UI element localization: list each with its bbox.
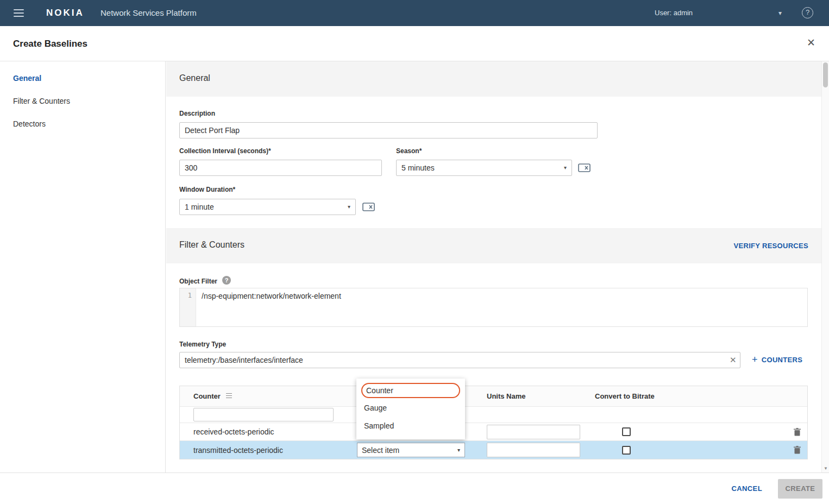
collection-interval-label: Collection Interval (seconds)* (179, 147, 271, 155)
filter-counters-section-title: Filter & Counters (179, 240, 244, 250)
top-bar: NOKIA Network Services Platform User: ad… (0, 0, 829, 26)
units-name-input[interactable] (487, 443, 580, 457)
plus-icon: + (752, 355, 758, 364)
object-filter-label: Object Filter (179, 278, 217, 285)
object-filter-editor[interactable]: 1 /nsp-equipment:network/network-element (179, 288, 808, 327)
hamburger-menu-icon[interactable] (14, 9, 24, 17)
create-button[interactable]: CREATE (778, 479, 822, 499)
counter-cell: received-octets-periodic (180, 427, 357, 436)
season-label: Season* (396, 147, 422, 155)
table-header-row: Counter Units Name Convert to Bitrate (180, 386, 807, 407)
window-duration-select[interactable]: 1 minute ▾ (179, 199, 356, 215)
collection-interval-input[interactable] (179, 160, 382, 176)
nokia-logo: NOKIA (46, 8, 84, 18)
general-section-band: General (166, 61, 821, 97)
footer-bar: CANCEL CREATE (0, 472, 829, 504)
sidebar-item-general[interactable]: General (0, 67, 165, 90)
general-section-title: General (179, 73, 210, 83)
type-dropdown-menu: Counter Gauge Sampled (356, 379, 465, 439)
add-counters-label: COUNTERS (762, 356, 802, 364)
object-filter-value[interactable]: /nsp-equipment:network/network-element (196, 288, 807, 326)
editor-line-number: 1 (180, 288, 196, 326)
window-duration-clear-icon[interactable] (362, 202, 375, 214)
menu-item-sampled[interactable]: Sampled (356, 417, 465, 435)
description-input[interactable] (179, 122, 598, 138)
description-label: Description (179, 110, 215, 117)
sidebar-item-filter-counters[interactable]: Filter & Counters (0, 90, 165, 112)
help-icon[interactable]: ? (802, 7, 813, 18)
scrollbar-thumb[interactable] (823, 62, 828, 87)
main-content: General Description Collection Interval … (166, 61, 821, 472)
telemetry-type-clear-icon[interactable]: ✕ (730, 356, 737, 364)
table-row[interactable]: received-octets-periodic (180, 423, 807, 441)
app-title: Network Services Platform (101, 8, 197, 17)
delete-row-icon[interactable] (794, 446, 801, 454)
units-name-column-header: Units Name (476, 392, 591, 400)
table-filter-row (180, 407, 807, 423)
window-duration-selected-value: 1 minute (185, 203, 214, 211)
counter-column-header: Counter (193, 392, 221, 400)
delete-row-icon[interactable] (794, 428, 801, 436)
sidebar: General Filter & Counters Detectors (0, 61, 166, 472)
vertical-scrollbar[interactable]: ▼ (821, 61, 829, 472)
verify-resources-button[interactable]: VERIFY RESOURCES (734, 242, 808, 250)
object-filter-help-icon[interactable]: ? (222, 276, 231, 285)
season-clear-icon[interactable] (578, 163, 591, 175)
column-menu-icon[interactable] (226, 393, 232, 400)
type-select-placeholder: Select item (362, 446, 399, 455)
season-select[interactable]: 5 minutes ▾ (396, 160, 572, 176)
user-menu-caret-icon[interactable]: ▾ (778, 9, 782, 17)
filter-counters-section-band: Filter & Counters VERIFY RESOURCES (166, 228, 821, 263)
table-row-selected[interactable]: transmitted-octets-periodic Select item … (180, 441, 807, 459)
menu-item-gauge[interactable]: Gauge (356, 399, 465, 417)
convert-bitrate-checkbox[interactable] (622, 427, 631, 436)
scrollbar-down-arrow-icon[interactable]: ▼ (824, 466, 828, 471)
sidebar-item-detectors[interactable]: Detectors (0, 112, 165, 135)
counter-cell: transmitted-octets-periodic (180, 446, 357, 455)
season-selected-value: 5 minutes (401, 163, 435, 172)
page-title: Create Baselines (13, 39, 87, 49)
counter-filter-input[interactable] (193, 408, 334, 421)
window-duration-caret-icon: ▾ (348, 199, 350, 215)
season-caret-icon: ▾ (564, 160, 567, 175)
user-menu-label[interactable]: User: admin (655, 9, 693, 17)
type-select[interactable]: Select item ▾ (357, 443, 465, 457)
menu-item-counter[interactable]: Counter (361, 383, 460, 398)
units-name-input[interactable] (487, 425, 580, 439)
window-duration-label: Window Duration* (179, 186, 235, 193)
cancel-button[interactable]: CANCEL (731, 484, 762, 493)
type-select-caret-icon: ▾ (457, 447, 460, 453)
page-header: Create Baselines ✕ (0, 26, 829, 61)
add-counters-button[interactable]: + COUNTERS (752, 355, 802, 364)
convert-bitrate-checkbox[interactable] (622, 446, 631, 455)
telemetry-type-input[interactable] (179, 352, 740, 368)
convert-bitrate-column-header: Convert to Bitrate (591, 392, 772, 400)
telemetry-type-label: Telemetry Type (179, 341, 226, 348)
close-icon[interactable]: ✕ (807, 37, 815, 48)
counters-table: Counter Units Name Convert to Bitrate re… (179, 386, 808, 459)
